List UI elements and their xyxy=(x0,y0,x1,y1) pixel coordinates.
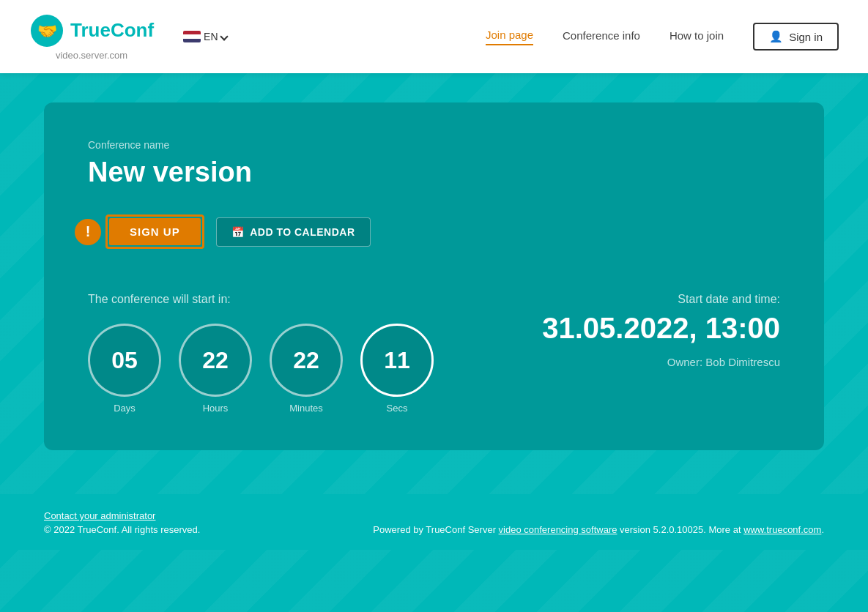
hours-label: Hours xyxy=(203,403,229,414)
flag-icon xyxy=(183,31,201,42)
nav-join-page[interactable]: Join page xyxy=(486,29,533,45)
svg-text:🤝: 🤝 xyxy=(37,21,58,41)
start-date-label: Start date and time: xyxy=(542,293,780,306)
countdown-label: The conference will start in: xyxy=(88,293,542,306)
conference-title: New version xyxy=(88,157,780,188)
language-selector[interactable]: EN xyxy=(183,31,226,42)
powered-version: version 5.2.0.10025. More at xyxy=(617,524,743,535)
hours-value: 22 xyxy=(202,347,229,374)
footer-powered: Powered by TrueConf Server video confere… xyxy=(373,524,824,535)
lang-label: EN xyxy=(204,31,218,42)
logo-image: 🤝 TrueConf xyxy=(29,13,154,48)
countdown-left: The conference will start in: 05 Days 22… xyxy=(88,293,542,414)
hours-circle: 22 xyxy=(179,324,252,397)
countdown-section: The conference will start in: 05 Days 22… xyxy=(88,293,780,414)
alert-icon: ! xyxy=(75,219,101,245)
sign-up-button[interactable]: SIGN UP xyxy=(109,218,201,245)
countdown-right: Start date and time: 31.05.2022, 13:00 O… xyxy=(542,293,780,368)
minutes-circle: 22 xyxy=(270,324,343,397)
person-icon: 👤 xyxy=(769,30,783,43)
sign-in-button[interactable]: 👤 Sign in xyxy=(753,23,839,51)
powered-end: . xyxy=(821,524,824,535)
add-to-calendar-button[interactable]: 📅 ADD TO CALENDAR xyxy=(216,217,371,247)
add-calendar-label: ADD TO CALENDAR xyxy=(250,226,355,238)
hours-circle-item: 22 Hours xyxy=(179,324,252,414)
secs-circle: 11 xyxy=(360,324,434,397)
buttons-row: ! SIGN UP 📅 ADD TO CALENDAR xyxy=(88,214,780,249)
footer-bottom: © 2022 TrueConf. All rights reserved. Po… xyxy=(44,524,824,535)
days-circle-item: 05 Days xyxy=(88,324,161,414)
days-value: 05 xyxy=(111,347,138,374)
minutes-label: Minutes xyxy=(289,403,323,414)
sign-in-label: Sign in xyxy=(789,31,823,43)
nav-links: Join page Conference info How to join xyxy=(486,29,724,45)
calendar-icon: 📅 xyxy=(231,226,245,238)
footer-copyright: © 2022 TrueConf. All rights reserved. xyxy=(44,524,200,535)
secs-label: Secs xyxy=(387,403,408,414)
footer: Contact your administrator © 2022 TrueCo… xyxy=(0,494,868,550)
chevron-down-icon xyxy=(220,32,228,40)
secs-circle-item: 11 Secs xyxy=(360,324,434,414)
nav-how-to-join[interactable]: How to join xyxy=(669,29,724,45)
owner-info: Owner: Bob Dimitrescu xyxy=(542,356,780,368)
powered-text: Powered by TrueConf Server xyxy=(373,524,498,535)
main-content: Conference name New version ! SIGN UP 📅 … xyxy=(0,73,868,479)
conference-card: Conference name New version ! SIGN UP 📅 … xyxy=(44,102,824,450)
secs-value: 11 xyxy=(384,347,410,374)
minutes-value: 22 xyxy=(293,347,319,374)
contact-admin-link[interactable]: Contact your administrator xyxy=(44,510,155,521)
countdown-circles: 05 Days 22 Hours 22 Minutes xyxy=(88,324,542,414)
video-conferencing-link[interactable]: video conferencing software xyxy=(499,524,617,535)
days-circle: 05 xyxy=(88,324,161,397)
nav-conference-info[interactable]: Conference info xyxy=(563,29,640,45)
conference-label: Conference name xyxy=(88,139,780,151)
trueconf-logo-icon: 🤝 xyxy=(29,13,64,48)
signup-btn-wrapper: SIGN UP xyxy=(105,214,204,249)
minutes-circle-item: 22 Minutes xyxy=(270,324,343,414)
logo-subtitle: video.server.com xyxy=(56,50,127,61)
header: 🤝 TrueConf video.server.com EN Join page… xyxy=(0,0,868,73)
start-datetime: 31.05.2022, 13:00 xyxy=(542,312,780,344)
logo-area: 🤝 TrueConf video.server.com xyxy=(29,13,154,61)
days-label: Days xyxy=(114,403,136,414)
trueconf-site-link[interactable]: www.trueconf.com xyxy=(743,524,821,535)
logo-text: TrueConf xyxy=(70,19,154,42)
